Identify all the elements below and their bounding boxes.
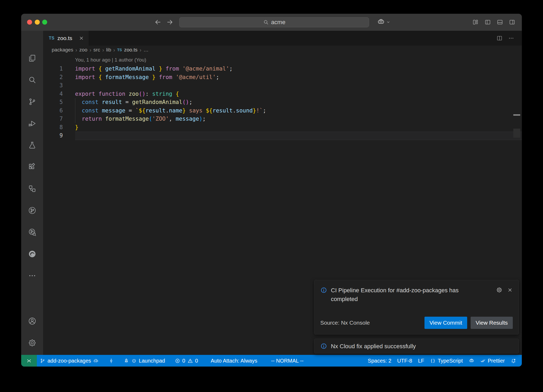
extensions-icon [28,163,37,171]
line-number: 5 [43,98,75,107]
info-icon [320,343,327,350]
breadcrumb-item[interactable]: packages [52,47,73,53]
editor-actions [496,31,522,46]
scrollbar-slider[interactable] [513,129,520,138]
activity-item-more-views[interactable] [21,269,43,282]
notification-toasts: CI Pipeline Execution for #add-zoo-packa… [314,280,519,354]
more-actions-icon[interactable] [508,35,514,41]
status-right: Spaces: 2UTF-8LFTypeScriptPrettier [365,355,522,367]
chevron-right-icon: › [102,47,104,53]
tab-zoo-ts[interactable]: TS zoo.ts [43,31,89,46]
activity-item-source-control[interactable] [21,95,43,108]
status-left: add-zoo-packagesLaunchpad00Auto Attach: … [37,355,306,367]
code-line[interactable]: 6 const message = `${result.name} says $… [43,107,522,115]
copilot-menu[interactable] [377,18,391,26]
breadcrumb-item[interactable]: src [93,47,100,53]
chevron-right-icon: › [90,47,91,53]
cloud-upload-icon [93,358,99,364]
status-item-vim-mode[interactable]: -- NORMAL -- [268,355,306,367]
debug-icon [28,119,37,128]
double-check-icon [480,358,486,364]
copilot-icon [377,18,385,26]
customize-layout-icon[interactable] [472,19,479,25]
panel-left-icon[interactable] [484,19,491,25]
code-text: const result = getRandomAnimal(); [75,98,522,107]
search-icon [263,19,269,25]
activity-item-nx-console[interactable] [21,182,43,195]
breadcrumb-item[interactable]: zoo [79,47,87,53]
status-item-formatter-prettier[interactable]: Prettier [477,355,508,367]
target-dot-icon [131,358,137,364]
code-text [75,132,522,140]
info-icon [320,287,327,294]
tab-close-icon[interactable] [79,36,84,41]
code-line[interactable]: 8} [43,123,522,132]
remote-indicator[interactable] [21,355,37,367]
traffic-lights [27,20,47,25]
close-window-button[interactable] [27,20,32,25]
split-editor-icon[interactable] [496,35,503,41]
command-center-search[interactable]: acme [179,17,369,27]
typescript-file-icon: TS [117,48,122,52]
beaker-icon [28,141,37,150]
activity-item-testing[interactable] [21,139,43,151]
edge-icon [28,250,37,258]
search-query-text: acme [271,19,286,26]
breadcrumb-file[interactable]: zoo.ts [124,47,138,53]
search-icon [28,76,37,84]
status-item-launchpad[interactable]: Launchpad [121,355,168,367]
breadcrumb-symbol[interactable]: … [143,47,148,53]
git-blame-annotation[interactable]: You, 1 hour ago | 1 author (You) [75,57,146,63]
code-line[interactable]: 5 const result = getRandomAnimal(); [43,98,522,107]
panel-right-icon[interactable] [509,19,515,25]
line-number: 6 [43,107,75,115]
activity-item-gitlens[interactable] [21,204,43,217]
line-number: 9 [43,132,75,140]
code-line[interactable]: 7 return formatMessage('ZOO', message); [43,115,522,123]
code-text: export function zoo(): string { [75,90,522,98]
activity-item-accounts[interactable] [21,315,43,327]
view-commit-button[interactable]: View Commit [424,317,467,329]
minimize-window-button[interactable] [35,20,40,25]
code-line[interactable]: 3 [43,81,522,90]
status-item-indentation[interactable]: Spaces: 2 [365,355,394,367]
remote-icon [26,358,32,364]
forward-arrow-icon[interactable] [166,19,173,26]
code-line[interactable]: 9 [43,132,522,140]
close-icon[interactable] [507,287,513,293]
gear-icon[interactable] [496,287,502,293]
status-item-eol[interactable]: LF [415,355,427,367]
activity-item-explorer[interactable] [21,52,43,64]
activity-item-settings[interactable] [21,336,43,349]
status-item-notifications-bell[interactable] [508,355,519,367]
status-item-git-commit[interactable] [106,355,117,367]
breadcrumb-item[interactable]: lib [106,47,111,53]
view-results-button[interactable]: View Results [471,317,513,329]
zoom-window-button[interactable] [42,20,47,25]
braces-icon [430,358,436,364]
activity-item-gitlens-inspect[interactable] [21,226,43,238]
tab-label: zoo.ts [57,35,72,41]
status-item-copilot-status[interactable] [466,355,477,367]
activity-item-edge-tools[interactable] [21,247,43,260]
status-item-language-mode[interactable]: TypeScript [427,355,466,367]
status-item-encoding[interactable]: UTF-8 [394,355,415,367]
files-icon [28,54,37,63]
status-item-problems[interactable]: 00 [172,355,201,367]
activity-item-extensions[interactable] [21,160,43,173]
activity-item-search[interactable] [21,73,43,86]
status-item-auto-attach[interactable]: Auto Attach: Always [208,355,260,367]
panel-bottom-icon[interactable] [497,19,503,25]
back-arrow-icon[interactable] [154,19,161,26]
chevron-right-icon: › [140,47,142,53]
code-line[interactable]: 1import { getRandomAnimal } from '@acme/… [43,65,522,73]
git-branch-icon [28,97,37,106]
code-line[interactable]: 2import { formatMessage } from '@acme/ut… [43,73,522,82]
code-text [75,81,522,90]
breadcrumb: packages›zoo›src›lib›TSzoo.ts›… [43,46,522,54]
status-item-git-branch[interactable]: add-zoo-packages [37,355,102,367]
chevron-right-icon: › [75,47,77,53]
code-line[interactable]: 4export function zoo(): string { [43,90,522,98]
status-label: 0 [195,358,198,364]
activity-item-run-debug[interactable] [21,117,43,130]
